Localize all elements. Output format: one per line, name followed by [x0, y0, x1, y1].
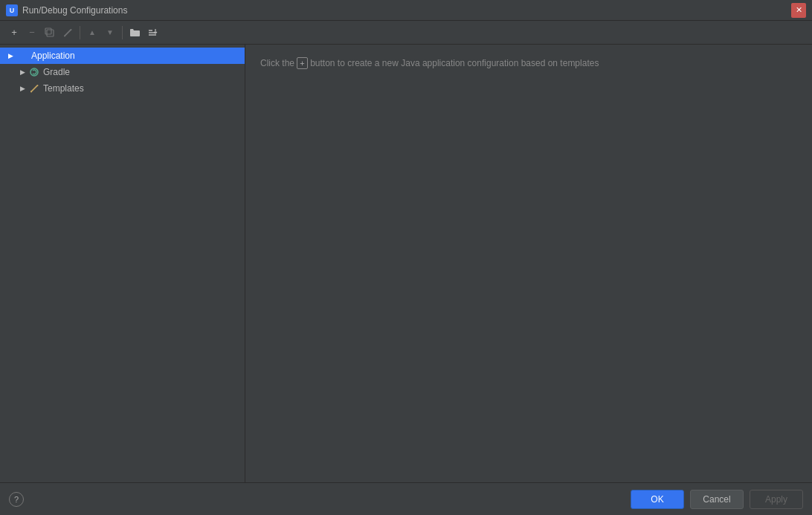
hint-plus-symbol: +	[297, 57, 307, 69]
help-button[interactable]: ?	[9, 492, 24, 507]
folder-button[interactable]	[126, 25, 143, 41]
bottom-bar: ? OK Cancel Apply	[0, 482, 812, 515]
sort-button[interactable]	[144, 25, 161, 41]
title-bar-left: U Run/Debug Configurations	[6, 4, 127, 16]
ok-button[interactable]: OK	[631, 490, 684, 509]
tree-item-application[interactable]: Application	[0, 48, 245, 64]
hint-after: button to create a new Java application …	[310, 58, 599, 68]
main-content: Application Gradle Templates	[0, 45, 812, 482]
copy-button[interactable]	[42, 25, 58, 41]
move-up-button[interactable]: ▲	[84, 25, 100, 41]
toolbar: + − ▲ ▼	[0, 21, 812, 45]
add-button[interactable]: +	[6, 25, 22, 41]
tree-label-application: Application	[31, 51, 75, 61]
left-panel: Application Gradle Templates	[0, 45, 245, 482]
bottom-right: OK Cancel Apply	[631, 490, 803, 509]
window-title: Run/Debug Configurations	[22, 5, 127, 16]
hint-before: Click the	[260, 58, 294, 68]
bottom-left: ?	[9, 492, 24, 507]
title-bar: U Run/Debug Configurations ✕	[0, 0, 812, 21]
tree-arrow-gradle	[16, 66, 28, 78]
right-panel: Click the + button to create a new Java …	[245, 45, 812, 482]
separator-1	[80, 26, 80, 39]
hint-text: Click the + button to create a new Java …	[260, 58, 599, 68]
move-down-button[interactable]: ▼	[102, 25, 118, 41]
tree-arrow-application	[4, 50, 16, 62]
sort-icon	[147, 27, 158, 38]
application-icon	[17, 51, 28, 61]
app-type-icon	[16, 50, 28, 62]
tree-item-gradle[interactable]: Gradle	[0, 64, 245, 80]
tree-arrow-templates	[16, 82, 28, 94]
apply-button[interactable]: Apply	[750, 490, 803, 509]
app-icon: U	[6, 4, 18, 16]
cancel-button[interactable]: Cancel	[690, 490, 744, 509]
tree-label-templates: Templates	[43, 83, 84, 94]
tree-item-templates[interactable]: Templates	[0, 80, 245, 97]
svg-point-3	[30, 91, 32, 92]
folder-icon	[129, 28, 140, 37]
tree-label-gradle: Gradle	[43, 67, 70, 77]
separator-2	[122, 26, 123, 39]
wrench-icon	[62, 27, 73, 38]
templates-icon	[28, 82, 40, 94]
gradle-icon	[28, 66, 40, 78]
copy-icon	[45, 27, 55, 38]
settings-button[interactable]	[59, 25, 76, 41]
remove-button[interactable]: −	[24, 25, 40, 41]
close-button[interactable]: ✕	[791, 3, 806, 18]
svg-rect-0	[47, 30, 54, 36]
svg-rect-1	[45, 28, 51, 34]
